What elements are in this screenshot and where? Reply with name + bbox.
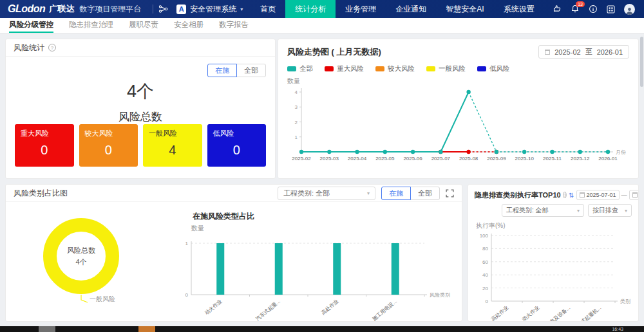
risk-box-label: 较大风险 — [85, 129, 133, 138]
org-tree-icon[interactable] — [158, 5, 169, 14]
legend-label: 低风险 — [489, 64, 510, 73]
calendar-icon — [632, 192, 638, 198]
legend-label: 较大风险 — [388, 64, 415, 73]
legend-item-3[interactable]: 较大风险 — [375, 64, 415, 73]
app-icon: A — [176, 5, 186, 14]
subnav-tab-5[interactable]: 数字报告 — [219, 18, 249, 33]
app-selector[interactable]: A 安全管理系统 ▾ — [169, 0, 251, 18]
subnav-tab-1[interactable]: 风险分级管控 — [9, 18, 53, 33]
risk-box-value: 0 — [85, 143, 133, 158]
bar-chart-title: 在施风险类型占比 — [193, 211, 462, 222]
legend-item-1[interactable]: 全部 — [287, 64, 313, 73]
like-icon[interactable] — [552, 5, 562, 14]
risk-stats-panel: 风险统计 ? 在施全部 4个 风险总数 重大风险0较大风险0一般风险4低风险0 — [5, 39, 276, 179]
svg-text:1: 1 — [185, 241, 189, 246]
top10-sort-value: 按日排查 — [592, 206, 618, 215]
main-content: 风险统计 ? 在施全部 4个 风险总数 重大风险0较大风险0一般风险4低风险0 … — [0, 33, 644, 326]
category-title: 风险类别占比图 — [14, 188, 68, 199]
risk-trend-panel: 风险走势图 ( 上月无数据) 2025-02 至 2026-01 全部重大风险较… — [278, 39, 639, 179]
svg-text:汽车式起重...: 汽车式起重... — [254, 299, 281, 322]
risk-box-4[interactable]: 低风险0 — [207, 124, 267, 167]
label-leader-line — [78, 294, 88, 304]
project-type-select[interactable]: 工程类别: 全部 ▾ — [278, 187, 375, 200]
help-icon[interactable]: ? — [563, 192, 566, 198]
svg-text:2026-01: 2026-01 — [598, 156, 618, 161]
os-taskbar: 16:43 — [0, 326, 644, 332]
menu-item-3[interactable]: 业务管理 — [336, 0, 386, 18]
svg-text:0: 0 — [185, 292, 189, 298]
svg-text:2: 2 — [295, 120, 298, 125]
svg-text:施工用电及设备...: 施工用电及设备... — [536, 305, 571, 322]
sort-icon[interactable]: ⇅ — [569, 192, 574, 199]
top10-project-type-select[interactable]: 工程类别: 全部 ▾ — [502, 204, 584, 217]
svg-text:风险类别: 风险类别 — [430, 292, 450, 298]
project-type-value: 工程类别: 全部 — [283, 189, 330, 198]
trend-y-label: 数量 — [287, 77, 629, 86]
bell-icon[interactable]: 13 — [570, 5, 580, 14]
chevron-down-icon: ▾ — [367, 190, 370, 196]
app-name: 安全管理系统 — [190, 4, 236, 15]
menu-item-2[interactable]: 统计分析 — [285, 0, 336, 18]
svg-text:2025-02: 2025-02 — [292, 156, 311, 161]
info-icon[interactable] — [588, 5, 598, 14]
svg-text:施工用电设...: 施工用电设... — [371, 299, 398, 322]
toggle-option-2[interactable]: 全部 — [410, 187, 440, 200]
legend-item-4[interactable]: 一般风险 — [426, 64, 466, 73]
risk-box-2[interactable]: 较大风险0 — [79, 124, 138, 167]
trend-date-range[interactable]: 2025-02 至 2026-01 — [538, 45, 629, 59]
trend-chart: 12342025-022025-032025-042025-052025-062… — [287, 86, 630, 168]
trend-legend: 全部重大风险较大风险一般风险低风险 — [287, 64, 629, 73]
risk-box-1[interactable]: 重大风险0 — [15, 124, 74, 167]
taskbar-app[interactable] — [138, 326, 155, 332]
risk-box-value: 0 — [213, 143, 261, 158]
risk-box-3[interactable]: 一般风险4 — [143, 124, 202, 167]
svg-text:2025-11: 2025-11 — [543, 156, 562, 161]
calendar-icon — [580, 192, 585, 198]
legend-chip — [325, 66, 334, 71]
top10-sort-select[interactable]: 按日排查 ▾ — [588, 204, 632, 217]
help-icon[interactable]: ? — [48, 44, 56, 51]
taskbar-app[interactable] — [39, 326, 55, 332]
sub-navigation: 风险分级管控隐患排查治理履职尽责安全相册数字报告 — [0, 18, 644, 33]
top10-date-start[interactable]: 2025-07-01 — [576, 190, 620, 200]
chevron-down-icon: ▾ — [625, 208, 627, 214]
svg-text:类别: 类别 — [620, 299, 630, 304]
svg-text:1: 1 — [295, 134, 298, 140]
toggle-option-1[interactable]: 在施 — [381, 187, 411, 200]
menu-item-1[interactable]: 首页 — [251, 0, 285, 18]
subnav-tab-4[interactable]: 安全相册 — [174, 18, 204, 33]
platform-title: 数字项目管理平台 — [79, 4, 141, 15]
risk-level-boxes: 重大风险0较大风险0一般风险4低风险0 — [15, 124, 266, 167]
svg-text:2025-12: 2025-12 — [571, 156, 590, 161]
toggle-option-1[interactable]: 在施 — [207, 64, 237, 77]
subnav-tab-3[interactable]: 履职尽责 — [129, 18, 158, 33]
risk-type-bar-chart: 01动火作业汽车式起重...高处作业施工用电设...风险类别 — [172, 233, 455, 322]
user-avatar[interactable] — [624, 4, 635, 15]
notification-badge: 13 — [576, 1, 585, 7]
svg-text:2025-03: 2025-03 — [320, 156, 339, 161]
legend-chip — [477, 66, 486, 71]
date-separator: — — [621, 192, 627, 198]
svg-text:2025-07: 2025-07 — [431, 156, 451, 161]
calendar-icon — [545, 50, 550, 55]
menu-item-4[interactable]: 企业通知 — [386, 0, 436, 18]
apps-grid-icon[interactable] — [606, 5, 616, 14]
legend-item-5[interactable]: 低风险 — [477, 64, 510, 73]
legend-label: 重大风险 — [337, 64, 364, 73]
toggle-option-2[interactable]: 全部 — [236, 64, 266, 77]
risk-box-label: 低风险 — [213, 129, 261, 138]
trend-title: 风险走势图 ( 上月无数据) — [287, 46, 381, 58]
menu-item-5[interactable]: 智慧安全AI — [436, 0, 493, 18]
legend-item-2[interactable]: 重大风险 — [325, 64, 364, 73]
scrollbar-thumb[interactable] — [640, 37, 643, 87]
top10-date-end[interactable]: 2025-08-01 — [629, 190, 639, 200]
glodon-logo: GLodon — [8, 3, 45, 15]
svg-text:2025-04: 2025-04 — [348, 156, 367, 161]
svg-text:40: 40 — [482, 272, 488, 278]
subnav-tab-2[interactable]: 隐患排查治理 — [69, 18, 113, 33]
fullscreen-icon[interactable] — [446, 189, 454, 198]
top10-project-type-value: 工程类别: 全部 — [506, 206, 549, 215]
menu-item-6[interactable]: 系统设置 — [494, 0, 544, 18]
legend-label: 一般风险 — [439, 64, 466, 73]
svg-text:2025-09: 2025-09 — [487, 156, 506, 161]
